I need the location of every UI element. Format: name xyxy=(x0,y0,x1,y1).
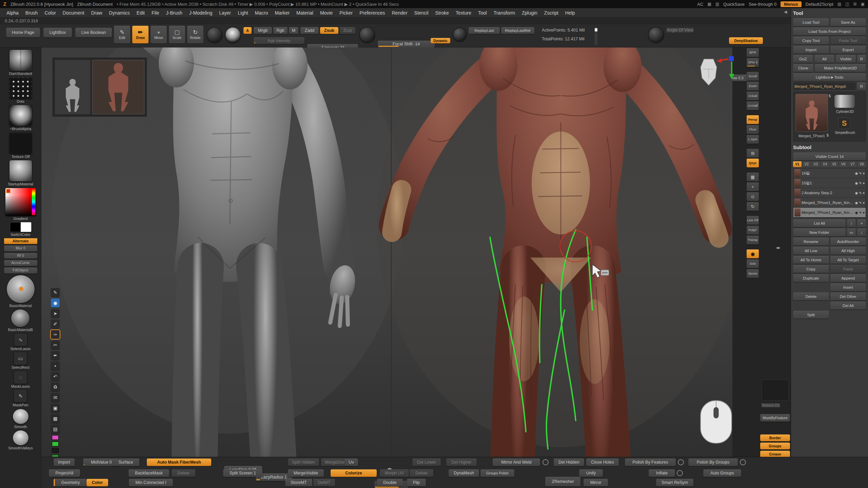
menu-item[interactable]: Picker xyxy=(336,9,356,16)
export-button[interactable]: Export xyxy=(830,46,866,54)
weld-dial-icon[interactable] xyxy=(542,459,549,465)
columns-icon[interactable]: ◫ xyxy=(845,2,849,6)
menu-item[interactable]: Preferences xyxy=(356,9,388,16)
dynamesh-button[interactable]: DynaMesh xyxy=(449,469,479,477)
menu-item[interactable]: Alpha xyxy=(3,9,22,16)
visible-count-slider[interactable]: Visible Count 14 xyxy=(793,152,866,160)
left-tray-item[interactable]: SelectLasso xyxy=(11,333,31,351)
right-shelf-button[interactable]: BPR xyxy=(747,48,759,57)
left-tray-thumbnail[interactable] xyxy=(14,371,27,384)
new-folder-button[interactable]: New Folder xyxy=(793,228,846,236)
right-shelf-button[interactable]: ⊙ xyxy=(747,192,759,201)
menu-item[interactable]: Color xyxy=(41,9,59,16)
subtool-row[interactable]: Merged_TPose1_Ryan_Kingslie ◉ ✎ ▾ xyxy=(793,208,866,218)
quick-icon[interactable]: ◉ xyxy=(51,299,60,307)
split-hidden-button[interactable]: Split Hidden xyxy=(288,459,319,466)
projectall-button[interactable]: ProjectAll xyxy=(49,469,80,477)
right-shelf-button[interactable]: + xyxy=(747,182,759,191)
menu-item[interactable]: Zscript xyxy=(541,9,561,16)
menu-item[interactable]: Movie xyxy=(317,9,336,16)
import-fiber-button[interactable]: Import xyxy=(54,459,75,466)
active-tool-r-button[interactable]: R xyxy=(857,82,866,90)
geometry-section-tab[interactable]: Geometry xyxy=(54,479,86,486)
polish-by-features-button[interactable]: Polish By Features xyxy=(625,459,676,466)
right-shelf-button[interactable]: ↻ xyxy=(747,202,759,211)
mirror-button[interactable]: Mirror xyxy=(584,479,608,486)
menu-item[interactable]: Layer xyxy=(216,9,234,16)
storemt-button[interactable]: StoreMT xyxy=(285,479,312,486)
all-to-home-button[interactable]: All To Home xyxy=(793,256,829,264)
draw-button[interactable]: ✏ Draw xyxy=(132,26,149,43)
left-tray-item[interactable]: ~BrushAlpha xyxy=(9,105,32,131)
left-tray-item[interactable]: SelectRect xyxy=(12,352,29,370)
del-lower-button[interactable]: Del Lower xyxy=(412,459,441,466)
copy-tool-button[interactable]: Copy Tool xyxy=(793,37,829,44)
camera-head-gizmo[interactable] xyxy=(692,54,739,112)
move-down-icon[interactable]: ↓ xyxy=(857,228,866,236)
colorize-button[interactable]: Colorize xyxy=(331,469,377,477)
replay-last-button[interactable]: ReplayLast xyxy=(469,27,500,34)
split-button[interactable]: Split xyxy=(793,311,829,319)
eye-icon[interactable]: ◉ xyxy=(855,211,858,215)
min-connected-button[interactable]: Min Connected I xyxy=(129,479,173,486)
menu-item[interactable]: Document xyxy=(60,9,87,16)
menu-item[interactable]: Material xyxy=(293,9,316,16)
del-all-button[interactable]: Del All xyxy=(830,302,866,309)
groups-polish-button[interactable]: Groups Polish xyxy=(480,469,514,477)
plus-grid-icon[interactable]: ⊞ xyxy=(853,2,857,6)
del-higher-button[interactable]: Del Higher xyxy=(446,459,477,466)
surface-button[interactable]: Surface xyxy=(112,459,139,466)
display-icon[interactable]: ▦ xyxy=(707,2,711,6)
paint-icon[interactable]: ✎ xyxy=(859,171,862,175)
delete-subtool-button[interactable]: Delete xyxy=(793,292,829,300)
menu-item[interactable]: File xyxy=(149,9,162,16)
ac-label[interactable]: AC xyxy=(697,2,703,7)
subtool-row[interactable]: 16팔 ◉ ✎ ▾ xyxy=(793,168,866,178)
left-tray-thumbnail[interactable] xyxy=(6,275,35,303)
left-tray-item[interactable]: MaskPen xyxy=(13,390,28,407)
left-tray-thumbnail[interactable] xyxy=(13,409,29,424)
delete-button-1[interactable]: Delete xyxy=(172,469,195,477)
paint-icon[interactable]: ✎ xyxy=(859,201,862,205)
right-shelf-button[interactable]: Qxyz xyxy=(747,159,759,167)
menu-item[interactable]: Light xyxy=(235,9,251,16)
menus-button[interactable]: Menus xyxy=(781,1,801,7)
rename-button[interactable]: Rename xyxy=(793,238,829,245)
dynamic-toggle[interactable]: Dynamic xyxy=(431,38,450,43)
smart-resym-button[interactable]: Smart ReSym xyxy=(656,479,693,486)
inflate-button[interactable]: Inflate xyxy=(649,469,675,477)
all-to-target-button[interactable]: All To Target xyxy=(830,256,866,264)
subtool-row[interactable]: J Anatomy Step-2 ◉ ✎ ▾ xyxy=(793,188,866,198)
eye-icon[interactable]: ◉ xyxy=(855,201,858,205)
mergevisible-button[interactable]: MergeVisible xyxy=(288,469,324,477)
paste-subtool-button[interactable]: Paste xyxy=(830,265,866,273)
load-tool-button[interactable]: Load Tool xyxy=(793,18,829,26)
right-shelf-button[interactable]: ◉ xyxy=(747,249,759,258)
subtool-version-tab[interactable]: V7 xyxy=(848,161,857,167)
groups-button[interactable]: Groups xyxy=(760,443,790,449)
live-boolean-button[interactable]: Live Boolean xyxy=(75,28,112,37)
right-shelf-button[interactable]: L.Sym xyxy=(747,135,759,144)
del-hidden-button[interactable]: Del Hidden xyxy=(554,459,584,466)
left-tray-item[interactable]: Gradient xyxy=(5,188,36,221)
left-tray-thumbnail[interactable] xyxy=(14,390,27,403)
more-icon[interactable]: ▾ xyxy=(863,211,865,215)
camera-icon[interactable] xyxy=(648,27,664,43)
color-section-tab[interactable]: Color xyxy=(86,479,108,486)
save-as-button[interactable]: Save As xyxy=(830,18,866,26)
menu-item[interactable]: Zplugin xyxy=(519,9,540,16)
import-button[interactable]: Import xyxy=(793,46,829,54)
subtool-version-tab[interactable]: V8 xyxy=(857,161,866,167)
subtool-section-title[interactable]: Subtool xyxy=(793,144,866,151)
mask-by-feature-button[interactable]: MaskByFeature xyxy=(760,414,790,422)
right-shelf-button[interactable]: Zoom xyxy=(747,82,759,90)
lightbox-tools-button[interactable]: Lightbox►Tools xyxy=(793,73,866,81)
right-shelf-button[interactable]: Scroll xyxy=(747,72,759,81)
swatch-magenta[interactable] xyxy=(52,435,59,440)
right-shelf-button[interactable]: Line Fill xyxy=(747,216,759,225)
crease-button[interactable]: Crease xyxy=(760,451,790,458)
active-tool-thumbnail[interactable] xyxy=(795,94,828,132)
quick-icon[interactable]: ↶ xyxy=(51,372,60,381)
quick-icon[interactable]: ✎ xyxy=(51,288,60,297)
stroke-preview-icon[interactable] xyxy=(207,27,222,43)
